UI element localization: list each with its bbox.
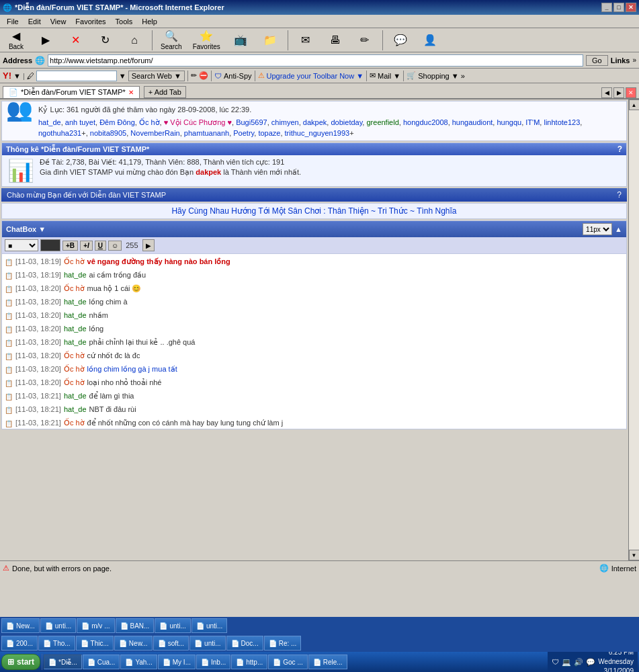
bold-button[interactable]: +B <box>62 241 78 251</box>
play-button[interactable]: ▶ <box>142 239 155 251</box>
user-anh-tuyet[interactable]: anh tuyet <box>65 118 95 126</box>
search-web-button[interactable]: Search Web ▼ <box>128 71 185 81</box>
chatbox-title[interactable]: ChatBox ▼ <box>6 225 46 233</box>
address-input[interactable] <box>48 54 583 67</box>
mail-button[interactable]: ✉ <box>292 32 319 48</box>
stats-collapse-icon[interactable]: ? <box>617 144 622 154</box>
user-dobietday[interactable]: dobietday <box>331 118 362 126</box>
user-bugi5697[interactable]: Bugi5697 <box>236 118 267 126</box>
user-greenfield[interactable]: greenfield <box>366 118 398 126</box>
messenger-button[interactable]: 👤 <box>417 32 443 48</box>
italic-button[interactable]: +I <box>80 241 93 251</box>
chat-username[interactable]: hat_de <box>64 337 87 347</box>
taskbar-button[interactable]: 📄Doc... <box>226 636 263 650</box>
chat-username[interactable]: Ốc hờ <box>64 283 85 294</box>
taskbar-button[interactable]: 📄http... <box>231 655 267 669</box>
chat-username[interactable]: hat_de <box>64 404 87 415</box>
print-button[interactable]: 🖶 <box>322 33 349 48</box>
chat-username[interactable]: hat_de <box>64 269 87 280</box>
menu-favorites[interactable]: Favorites <box>71 16 110 27</box>
user-poetry[interactable]: Poetry <box>233 129 254 137</box>
user-trithuc[interactable]: trithuc_nguyen1993 <box>285 129 350 137</box>
tab-scroll-right[interactable]: ▶ <box>613 87 624 98</box>
taskbar-button[interactable]: 📄Tho... <box>38 636 75 650</box>
edit-button[interactable]: ✏ <box>351 32 378 48</box>
yahoo-search-input[interactable] <box>36 71 117 81</box>
tab-scroll-left[interactable]: ◀ <box>601 87 612 98</box>
media-button[interactable]: 📺 <box>227 32 254 48</box>
home-button[interactable]: ⌂ <box>121 33 148 48</box>
shopping-label[interactable]: Shopping ▼ <box>418 72 458 80</box>
user-oc-ho[interactable]: Ốc hờ <box>139 118 160 126</box>
user-ngothuha231[interactable]: ngothuha231 <box>38 129 81 137</box>
forward-button[interactable]: ▶ <box>32 32 59 48</box>
chat-username[interactable]: Ốc hờ <box>64 417 85 428</box>
color-select[interactable]: ■ <box>5 239 38 251</box>
taskbar-button[interactable]: 📄m/v ... <box>77 618 114 633</box>
tab-close-all-button[interactable]: ✕ <box>626 87 636 98</box>
back-button[interactable]: ◀ Back <box>3 28 30 52</box>
add-tab-button[interactable]: + Add Tab <box>144 86 186 98</box>
taskbar-button[interactable]: 📄unti... <box>191 618 227 633</box>
taskbar-button[interactable]: 📄unti... <box>189 636 225 650</box>
emoji-button[interactable]: ☺ <box>108 241 122 251</box>
chat-username[interactable]: Ốc hờ <box>64 256 85 267</box>
font-size-select[interactable]: 11px <box>583 223 612 235</box>
menu-help[interactable]: Help <box>138 16 161 27</box>
chat-username[interactable]: Ốc hờ <box>64 377 85 388</box>
chat-username[interactable]: Ốc hờ <box>64 364 85 374</box>
user-chimyen[interactable]: chimyen <box>271 118 299 126</box>
chat-username[interactable]: Ốc hờ <box>64 350 85 361</box>
start-button[interactable]: ⊞ start <box>1 654 40 670</box>
highlight-tool-icon[interactable]: ✏ <box>191 71 197 80</box>
taskbar-button[interactable]: 📄BAN... <box>116 618 155 633</box>
minimize-button[interactable]: _ <box>601 3 612 12</box>
user-phamtuananh[interactable]: phamtuananh <box>184 129 229 137</box>
user-dakpek[interactable]: dakpek <box>303 118 327 126</box>
page-scrollbar[interactable]: ▲ ▼ <box>628 99 639 560</box>
tab-close-icon[interactable]: ✕ <box>128 89 134 96</box>
user-dem-dong[interactable]: Đêm Đông <box>99 118 135 126</box>
chat-username[interactable]: hat_de <box>64 390 87 401</box>
user-topaze[interactable]: topaze <box>258 129 280 137</box>
taskbar-button[interactable]: 📄Cua... <box>83 655 120 669</box>
scroll-up-button[interactable]: ▲ <box>629 99 640 110</box>
new-member-link[interactable]: dakpek <box>196 168 223 176</box>
taskbar-button[interactable]: 📄200... <box>1 636 38 650</box>
user-voi-cuc-phuong[interactable]: ♥ Vội Cúc Phương ♥ <box>164 118 232 126</box>
expand-links-icon[interactable]: » <box>632 56 636 64</box>
user-itm[interactable]: IT'M <box>525 118 540 126</box>
taskbar-button[interactable]: 📄Rele... <box>308 655 347 669</box>
taskbar-button[interactable]: 📄Goc ... <box>268 655 307 669</box>
discuss-button[interactable]: 💬 <box>387 32 414 48</box>
chatbox-messages[interactable]: 📋 [11-03, 18:19] Ốc hờ vê ngang đường th… <box>2 254 626 429</box>
maximize-button[interactable]: □ <box>613 3 624 12</box>
user-hongduc2008[interactable]: hongduc2008 <box>403 118 448 126</box>
expand-toolbar-icon[interactable]: » <box>461 72 465 80</box>
page-inner[interactable]: 👥 Kỷ Lục: 361 người đã ghé thăm vào ngày… <box>0 99 628 560</box>
menu-edit[interactable]: Edit <box>24 16 45 27</box>
taskbar-button[interactable]: 📄Re: ... <box>264 636 302 650</box>
stop-button[interactable]: ✕ <box>62 32 89 48</box>
taskbar-button[interactable]: 📄soft... <box>153 636 189 650</box>
taskbar-button[interactable]: 📄unti... <box>155 618 190 633</box>
taskbar-button[interactable]: 📄New... <box>1 618 40 633</box>
user-novemberrain[interactable]: NovemberRain <box>130 129 179 137</box>
taskbar-button[interactable]: 📄Thic... <box>76 636 114 650</box>
menu-file[interactable]: File <box>3 16 23 27</box>
user-hungaudiont[interactable]: hungaudiont <box>452 118 493 126</box>
taskbar-button[interactable]: 📄unti... <box>40 618 76 633</box>
user-hat-de[interactable]: hat_de <box>38 118 61 126</box>
taskbar-button[interactable]: 📄Yah... <box>120 655 157 669</box>
favorites-button[interactable]: ⭐ Favorites <box>189 28 224 52</box>
mail-label[interactable]: Mail ▼ <box>378 72 400 80</box>
user-hungqu[interactable]: hungqu <box>497 118 521 126</box>
taskbar-button[interactable]: 📄*Diễ... <box>44 655 82 669</box>
user-linhtote123[interactable]: linhtote123 <box>544 118 580 126</box>
chat-username[interactable]: hat_de <box>64 310 87 321</box>
active-tab[interactable]: 📄 *Diễn đàn/Forum VIET STAMP* ✕ <box>3 86 140 98</box>
chat-username[interactable]: hat_de <box>64 323 87 334</box>
close-button[interactable]: ✕ <box>626 3 636 12</box>
toolbar-settings-icon[interactable]: ▼ <box>13 72 21 80</box>
highlight-icon[interactable]: 🖊 <box>27 72 34 80</box>
